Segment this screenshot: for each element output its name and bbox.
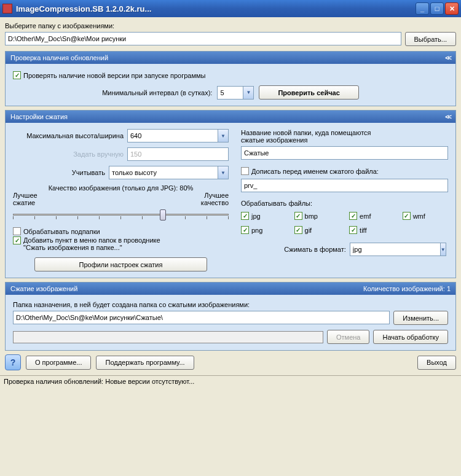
gif-checkbox[interactable]: ✓: [294, 226, 302, 234]
settings-title: Настройки сжатия: [10, 113, 68, 120]
slider-thumb[interactable]: [160, 209, 166, 220]
quality-label: Качество изображения (только для JPG): 8…: [13, 184, 229, 192]
chevron-down-icon[interactable]: ▼: [243, 86, 254, 99]
updates-panel: Проверка наличия обновлений << ✓ Проверя…: [5, 51, 456, 106]
about-button[interactable]: О программе...: [26, 356, 91, 370]
interval-select[interactable]: [217, 86, 243, 99]
max-dim-select[interactable]: [127, 129, 218, 142]
max-dim-label: Максимальная высота/ширина: [13, 132, 124, 139]
updates-title: Проверка наличия обновлений: [10, 54, 108, 61]
bmp-checkbox[interactable]: ✓: [294, 212, 302, 220]
check-updates-checkbox[interactable]: ✓: [13, 71, 21, 79]
explorer-menu-checkbox[interactable]: ✓: [13, 236, 21, 244]
compress-title: Сжатие изображений: [10, 285, 77, 292]
png-checkbox[interactable]: ✓: [241, 226, 249, 234]
exit-button[interactable]: Выход: [417, 356, 456, 370]
app-icon: [2, 4, 12, 14]
check-updates-label: Проверять наличие новой версии при запус…: [23, 72, 205, 79]
change-button[interactable]: Изменить...: [393, 311, 448, 325]
wmf-checkbox[interactable]: ✓: [403, 212, 411, 220]
check-now-button[interactable]: Проверить сейчас: [259, 85, 358, 99]
dest-label: Папка назначения, в ней будет создана па…: [13, 301, 448, 308]
manual-input[interactable]: [127, 147, 229, 161]
subfolders-checkbox[interactable]: [13, 227, 21, 235]
tiff-checkbox[interactable]: ✓: [349, 226, 357, 234]
compress-panel: Сжатие изображений Количество изображени…: [5, 282, 456, 351]
status-bar: Проверка наличия обновлений: Новые верси…: [0, 375, 461, 387]
chevron-down-icon[interactable]: ▼: [218, 129, 229, 142]
start-button[interactable]: Начать обработку: [373, 330, 448, 344]
newfolder-input[interactable]: [241, 146, 448, 160]
collapse-icon[interactable]: <<: [445, 54, 451, 61]
outfmt-label: Сжимать в формат:: [284, 246, 346, 253]
compress-header: Сжатие изображений Количество изображени…: [6, 283, 455, 295]
filetypes-label: Обрабатывать файлы:: [241, 200, 448, 207]
prefix-input[interactable]: [241, 179, 448, 192]
help-button[interactable]: ?: [5, 354, 21, 370]
manual-label: Задать вручную: [13, 150, 124, 158]
consider-select[interactable]: [109, 166, 218, 179]
settings-header[interactable]: Настройки сжатия <<: [6, 111, 455, 123]
cancel-button[interactable]: Отмена: [327, 330, 369, 344]
emf-checkbox[interactable]: ✓: [349, 212, 357, 220]
chevron-down-icon[interactable]: ▼: [440, 243, 446, 256]
browse-button[interactable]: Выбрать...: [405, 32, 456, 46]
interval-label: Минимальный интервал (в сутках):: [102, 89, 212, 96]
dest-input[interactable]: [13, 311, 390, 324]
titlebar: ImageCompression.SB 1.2.0.2k.ru... _ □ ✕: [0, 0, 461, 17]
close-button[interactable]: ✕: [445, 2, 459, 15]
window-title: ImageCompression.SB 1.2.0.2k.ru...: [16, 4, 416, 14]
consider-label: Учитывать: [13, 169, 105, 176]
minimize-button[interactable]: _: [416, 2, 429, 15]
prefix-checkbox[interactable]: [241, 167, 249, 175]
folder-label: Выберите папку с изображениями:: [5, 22, 456, 29]
support-button[interactable]: Поддержать программу...: [96, 356, 194, 370]
jpg-checkbox[interactable]: ✓: [241, 212, 249, 220]
image-count: Количество изображений: 1: [363, 285, 451, 292]
settings-panel: Настройки сжатия << Максимальная высота/…: [5, 110, 456, 278]
quality-slider[interactable]: [13, 208, 229, 222]
progress-bar: [13, 331, 323, 343]
profiles-button[interactable]: Профили настроек сжатия: [34, 257, 207, 271]
outfmt-select[interactable]: [350, 243, 440, 256]
chevron-down-icon[interactable]: ▼: [218, 166, 229, 179]
collapse-icon[interactable]: <<: [445, 113, 451, 120]
prefix-label: Дописать перед именем сжатого файла:: [251, 168, 379, 175]
updates-header[interactable]: Проверка наличия обновлений <<: [6, 52, 455, 64]
folder-path-input[interactable]: [5, 32, 401, 45]
newfolder-label: Название новой папки, куда помещаются сж…: [241, 129, 448, 144]
subfolders-label: Обрабатывать подпапки: [23, 228, 100, 235]
maximize-button[interactable]: □: [430, 2, 444, 15]
